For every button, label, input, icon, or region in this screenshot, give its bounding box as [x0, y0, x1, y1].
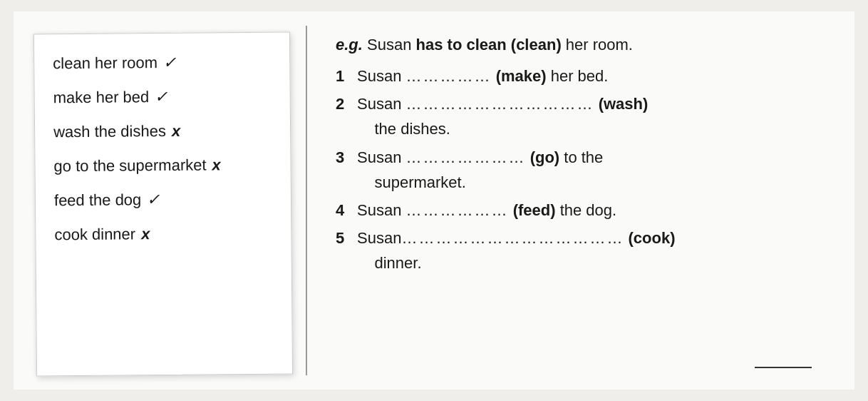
item-text: wash the dishes: [53, 122, 166, 141]
page: clean her room ✓ make her bed ✓ wash the…: [14, 11, 854, 390]
exercise-item-2: 2 Susan …………………………… (wash) the dishes.: [336, 91, 819, 141]
example-row: e.g. Susan has to clean (clean) her room…: [336, 33, 819, 56]
item-text: Susan ……………… (feed) the dog.: [357, 198, 616, 223]
cross-icon: x: [141, 225, 150, 243]
exercise-item-4: 4 Susan ……………… (feed) the dog.: [336, 198, 819, 223]
list-item: wash the dishes x: [53, 121, 269, 142]
item-number: 3: [336, 145, 351, 170]
check-icon: ✓: [147, 191, 160, 209]
item-text: feed the dog: [54, 191, 142, 210]
list-item: go to the supermarket x: [53, 156, 269, 176]
list-item: cook dinner x: [54, 224, 269, 245]
exercise-items: 1 Susan …………… (make) her bed. 2 Susan ………: [336, 64, 819, 279]
item-text: Susan …………… (make) her bed.: [357, 64, 608, 88]
exercise-item-3: 3 Susan ………………… (go) to the supermarket.: [336, 145, 819, 195]
eg-label: e.g.: [336, 36, 363, 54]
item-text: Susan …………………………… (wash) the dishes.: [357, 91, 648, 141]
item-number: 1: [336, 64, 351, 88]
item-text: go to the supermarket: [53, 156, 206, 176]
item-number: 5: [336, 225, 351, 250]
list-item: clean her room ✓: [53, 53, 268, 73]
item-text: clean her room: [53, 54, 157, 73]
exercise-item-5: 5 Susan………………………………… (cook) dinner.: [336, 225, 819, 275]
exercise-item-1: 1 Susan …………… (make) her bed.: [336, 64, 819, 88]
list-item: feed the dog ✓: [54, 190, 269, 210]
cross-icon: x: [212, 156, 220, 174]
item-text: make her bed: [53, 88, 150, 107]
exercise-area: e.g. Susan has to clean (clean) her room…: [321, 26, 833, 375]
item-text: Susan ………………… (go) to the supermarket.: [357, 145, 603, 195]
item-number: 2: [336, 91, 351, 116]
cross-icon: x: [172, 122, 180, 141]
divider: [306, 26, 307, 375]
note-card: clean her room ✓ make her bed ✓ wash the…: [33, 31, 293, 376]
item-text: cook dinner: [54, 225, 135, 244]
check-icon: ✓: [155, 88, 167, 106]
eg-text: Susan has to clean (clean) her room.: [367, 36, 633, 54]
item-text: Susan………………………………… (cook) dinner.: [357, 225, 676, 275]
list-item: make her bed ✓: [53, 87, 269, 108]
score-line: [755, 367, 812, 368]
item-number: 4: [336, 198, 351, 223]
check-icon: ✓: [163, 54, 176, 72]
